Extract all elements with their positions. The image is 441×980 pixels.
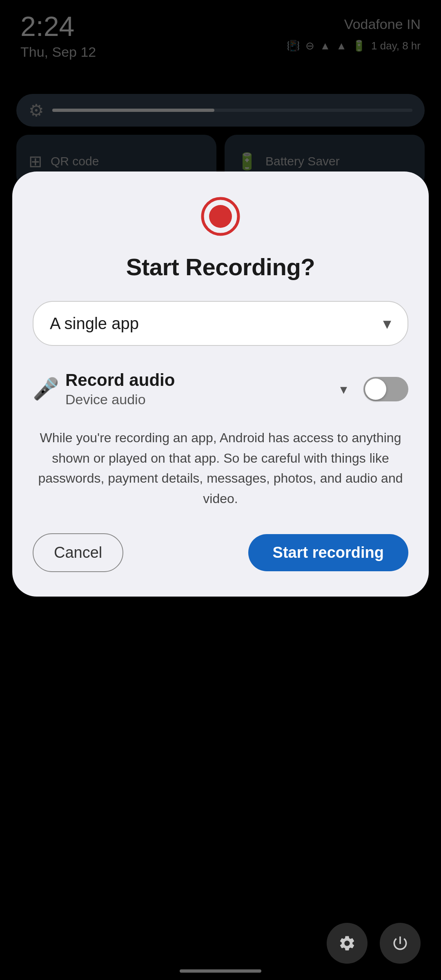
audio-label: Record audio	[65, 370, 332, 390]
audio-dropdown-icon[interactable]: ▾	[340, 381, 347, 397]
dialog-icon-wrapper	[33, 196, 408, 237]
audio-toggle[interactable]	[363, 377, 408, 401]
audio-info: Record audio Device audio	[65, 370, 332, 408]
toggle-thumb	[365, 379, 386, 400]
home-indicator	[180, 969, 261, 973]
cancel-button[interactable]: Cancel	[33, 533, 123, 572]
record-icon	[200, 196, 241, 237]
selector-value: A single app	[50, 314, 139, 333]
app-selector[interactable]: A single app ▾	[33, 301, 408, 346]
svg-point-2	[209, 205, 232, 228]
mic-icon: 🎤	[33, 376, 57, 401]
power-nav-button[interactable]	[380, 923, 421, 964]
start-recording-dialog: Start Recording? A single app ▾ 🎤 Record…	[12, 172, 429, 597]
selector-arrow-icon: ▾	[383, 314, 391, 333]
audio-sublabel: Device audio	[65, 392, 332, 408]
warning-text: While you're recording an app, Android h…	[33, 428, 408, 509]
audio-row: 🎤 Record audio Device audio ▾	[33, 362, 408, 416]
bottom-nav	[327, 923, 421, 964]
start-recording-button[interactable]: Start recording	[248, 534, 408, 571]
buttons-row: Cancel Start recording	[33, 533, 408, 572]
settings-nav-button[interactable]	[327, 923, 368, 964]
dialog-title: Start Recording?	[33, 253, 408, 281]
